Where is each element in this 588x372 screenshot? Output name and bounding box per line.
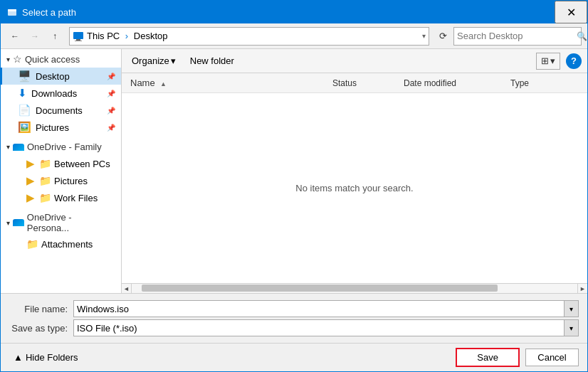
sidebar-item-pictures-od[interactable]: ▶ 📁 Pictures [1,172,121,189]
scroll-left-button[interactable]: ◄ [122,284,132,294]
documents-icon: 📄 [18,104,31,117]
col-sort-arrow: ▲ [160,80,167,87]
onedrive-personal-icon [13,219,24,226]
hide-folders-button[interactable]: ▲ Hide Folders [9,351,83,364]
downloads-icon: ⬇ [18,87,27,100]
organize-button[interactable]: Organize ▾ [127,54,180,68]
up-button[interactable]: ↑ [46,28,63,45]
file-name-input[interactable] [74,304,564,314]
sidebar-item-label-between-pcs: Between PCs [54,159,110,169]
sidebar-item-attachments[interactable]: 📁 Attachments [1,236,121,252]
pictures-od-chevron: ▶ [26,174,35,187]
footer-actions: ▲ Hide Folders Save Cancel [1,343,587,371]
close-button[interactable]: ✕ [555,1,587,23]
quick-access-section: ▾ ☆ Quick access 🖥️ Desktop 📌 ⬇ Download… [1,49,121,137]
sidebar-item-label-desktop: Desktop [36,71,70,82]
hide-folders-icon: ▲ [14,352,23,363]
pin-icon-desktop: 📌 [107,73,115,80]
onedrive-family-label: OneDrive - Family [27,142,102,152]
forward-button[interactable]: → [26,28,43,45]
content-area: ▾ ☆ Quick access 🖥️ Desktop 📌 ⬇ Download… [1,49,587,293]
save-button[interactable]: Save [456,348,520,367]
sidebar-item-label-documents: Documents [36,105,83,116]
refresh-button[interactable]: ⟳ [435,28,451,44]
pin-icon-pictures: 📌 [107,124,115,132]
search-bar[interactable]: 🔍 [453,27,582,46]
sidebar-item-label-pictures: Pictures [36,122,69,133]
work-files-chevron: ▶ [26,191,35,204]
pin-icon-documents: 📌 [107,107,115,115]
scroll-right-button[interactable]: ► [577,284,587,294]
save-as-type-dropdown-button[interactable]: ▾ [564,320,578,336]
organize-label: Organize [132,55,169,66]
dialog-icon [6,6,18,18]
col-name-header[interactable]: Name ▲ [127,78,332,88]
file-name-dropdown-button[interactable]: ▾ [564,301,578,317]
address-toolbar: ← → ↑ This PC › Desktop ▾ ⟳ 🔍 [1,23,587,49]
svg-rect-1 [8,9,16,11]
onedrive-family-icon [13,144,24,151]
onedrive-family-section: ▾ OneDrive - Family ▶ 📁 Between PCs ▶ 📁 … [1,137,121,208]
back-button[interactable]: ← [6,28,23,45]
dialog: Select a path ✕ ← → ↑ This PC › Desktop … [0,0,588,372]
save-as-type-input-wrap[interactable]: ▾ [73,319,579,336]
file-list-area: Name ▲ Status Date modified Type No item… [122,73,587,293]
address-bar[interactable]: This PC › Desktop ▾ [69,27,429,46]
onedrive-personal-section: ▾ OneDrive - Persona... 📁 Attachments [1,208,121,253]
work-files-icon: 📁 [39,192,51,203]
svg-rect-3 [76,39,80,41]
view-icon: ⊞ [541,55,549,66]
pictures-od-icon: 📁 [39,175,51,186]
scroll-thumb[interactable] [142,285,498,292]
col-status-header: Status [332,78,404,88]
main-area: Organize ▾ New folder ⊞ ▾ ? Name ▲ [122,49,587,293]
save-as-type-row: Save as type: ▾ [9,319,579,336]
view-chevron: ▾ [550,55,555,66]
between-pcs-folder-icon: 📁 [39,158,51,169]
onedrive-family-chevron: ▾ [6,143,10,151]
view-button[interactable]: ⊞ ▾ [536,53,560,70]
desktop-icon: 🖥️ [18,70,31,83]
attachments-icon: 📁 [26,238,38,250]
between-pcs-icon: ▶ [26,157,35,170]
save-as-type-input[interactable] [74,323,564,334]
onedrive-family-header[interactable]: ▾ OneDrive - Family [1,139,121,155]
new-folder-button[interactable]: New folder [186,54,238,68]
scroll-track [142,284,577,293]
file-table-header: Name ▲ Status Date modified Type [122,73,587,93]
sidebar-item-downloads[interactable]: ⬇ Downloads 📌 [1,85,121,102]
sidebar-item-documents[interactable]: 📄 Documents 📌 [1,102,121,119]
cancel-button[interactable]: Cancel [525,349,579,366]
pin-icon-downloads: 📌 [107,90,115,97]
horizontal-scrollbar[interactable]: ◄ ► [122,283,587,293]
col-date-header: Date modified [404,78,510,88]
file-list-content: No items match your search. [122,93,587,283]
onedrive-personal-chevron: ▾ [6,219,10,227]
bottom-area: File name: ▾ Save as type: ▾ [1,293,587,343]
dialog-title: Select a path [22,7,555,18]
file-name-label: File name: [9,304,73,314]
help-button[interactable]: ? [566,53,582,69]
sidebar-item-desktop[interactable]: 🖥️ Desktop 📌 [1,68,121,85]
secondary-toolbar: Organize ▾ New folder ⊞ ▾ ? [122,49,587,73]
col-name-label: Name [130,78,155,88]
save-as-type-label: Save as type: [9,323,73,334]
sidebar-item-work-files[interactable]: ▶ 📁 Work Files [1,189,121,206]
col-type-header: Type [510,78,582,88]
sidebar-item-between-pcs[interactable]: ▶ 📁 Between PCs [1,155,121,172]
sidebar-item-label-attachments: Attachments [41,239,93,250]
search-icon: 🔍 [577,31,587,41]
empty-message: No items match your search. [295,183,413,193]
svg-rect-2 [73,32,83,39]
quick-access-star-icon: ☆ [13,53,22,65]
quick-access-header[interactable]: ▾ ☆ Quick access [1,51,121,68]
onedrive-personal-header[interactable]: ▾ OneDrive - Persona... [1,209,121,236]
quick-access-label: Quick access [25,54,80,65]
title-bar: Select a path ✕ [1,1,587,23]
organize-chevron: ▾ [171,55,176,66]
quick-access-chevron: ▾ [6,55,10,63]
file-name-input-wrap[interactable]: ▾ [73,300,579,317]
sidebar-item-pictures[interactable]: 🖼️ Pictures 📌 [1,119,121,136]
svg-rect-4 [75,41,82,41]
search-input[interactable] [457,31,577,41]
